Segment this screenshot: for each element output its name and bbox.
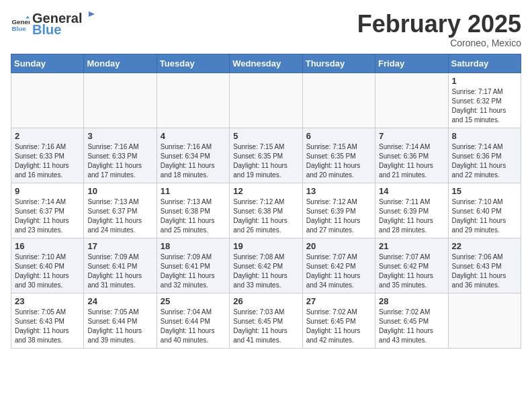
day-number: 8 [452, 131, 517, 141]
calendar-cell [11, 73, 84, 128]
calendar-cell: 16Sunrise: 7:10 AM Sunset: 6:40 PM Dayli… [11, 238, 84, 293]
day-info: Sunrise: 7:11 AM Sunset: 6:39 PM Dayligh… [379, 197, 444, 235]
day-number: 24 [87, 296, 152, 306]
calendar-cell [84, 73, 157, 128]
calendar-cell: 12Sunrise: 7:12 AM Sunset: 6:38 PM Dayli… [230, 183, 302, 238]
logo-icon: General Blue [11, 15, 30, 34]
day-info: Sunrise: 7:12 AM Sunset: 6:39 PM Dayligh… [306, 197, 371, 235]
day-number: 13 [306, 186, 371, 196]
day-number: 12 [233, 186, 298, 196]
day-number: 16 [15, 241, 80, 251]
day-info: Sunrise: 7:09 AM Sunset: 6:41 PM Dayligh… [161, 253, 226, 290]
calendar-week-row: 9Sunrise: 7:14 AM Sunset: 6:37 PM Daylig… [11, 183, 521, 238]
day-info: Sunrise: 7:02 AM Sunset: 6:45 PM Dayligh… [306, 308, 371, 345]
day-number: 25 [161, 296, 226, 306]
calendar-cell: 21Sunrise: 7:07 AM Sunset: 6:42 PM Dayli… [375, 238, 448, 293]
col-thursday: Thursday [302, 54, 375, 73]
svg-marker-2 [26, 15, 30, 18]
day-number: 10 [87, 186, 152, 196]
day-info: Sunrise: 7:13 AM Sunset: 6:37 PM Dayligh… [87, 197, 152, 235]
calendar-cell [375, 73, 448, 128]
calendar-week-row: 1Sunrise: 7:17 AM Sunset: 6:32 PM Daylig… [11, 73, 521, 128]
calendar-cell: 6Sunrise: 7:15 AM Sunset: 6:35 PM Daylig… [302, 128, 375, 183]
calendar-cell: 23Sunrise: 7:05 AM Sunset: 6:43 PM Dayli… [11, 293, 84, 348]
day-info: Sunrise: 7:14 AM Sunset: 6:37 PM Dayligh… [15, 197, 80, 235]
calendar-cell: 24Sunrise: 7:05 AM Sunset: 6:44 PM Dayli… [84, 293, 157, 348]
day-info: Sunrise: 7:15 AM Sunset: 6:35 PM Dayligh… [233, 142, 298, 180]
col-monday: Monday [84, 54, 157, 73]
day-number: 18 [161, 241, 226, 251]
title-area: February 2025 Coroneo, Mexico [357, 11, 521, 48]
calendar-cell: 9Sunrise: 7:14 AM Sunset: 6:37 PM Daylig… [11, 183, 84, 238]
day-info: Sunrise: 7:05 AM Sunset: 6:43 PM Dayligh… [15, 308, 80, 345]
day-number: 26 [233, 296, 298, 306]
subtitle: Coroneo, Mexico [357, 38, 521, 48]
calendar-cell: 28Sunrise: 7:02 AM Sunset: 6:45 PM Dayli… [375, 293, 448, 348]
day-info: Sunrise: 7:15 AM Sunset: 6:35 PM Dayligh… [306, 142, 371, 180]
day-info: Sunrise: 7:14 AM Sunset: 6:36 PM Dayligh… [452, 142, 517, 180]
col-sunday: Sunday [11, 54, 84, 73]
col-wednesday: Wednesday [230, 54, 302, 73]
calendar-cell [157, 73, 229, 128]
calendar-cell: 18Sunrise: 7:09 AM Sunset: 6:41 PM Dayli… [157, 238, 229, 293]
day-info: Sunrise: 7:06 AM Sunset: 6:43 PM Dayligh… [452, 253, 517, 290]
col-tuesday: Tuesday [157, 54, 229, 73]
day-info: Sunrise: 7:10 AM Sunset: 6:40 PM Dayligh… [452, 197, 517, 235]
day-number: 20 [306, 241, 371, 251]
day-info: Sunrise: 7:17 AM Sunset: 6:32 PM Dayligh… [452, 87, 517, 125]
calendar-cell: 8Sunrise: 7:14 AM Sunset: 6:36 PM Daylig… [448, 128, 521, 183]
day-number: 6 [306, 131, 371, 141]
calendar-table: Sunday Monday Tuesday Wednesday Thursday… [11, 54, 521, 349]
day-number: 3 [87, 131, 152, 141]
day-info: Sunrise: 7:04 AM Sunset: 6:44 PM Dayligh… [161, 308, 226, 345]
calendar-cell [230, 73, 302, 128]
calendar-cell: 3Sunrise: 7:16 AM Sunset: 6:33 PM Daylig… [84, 128, 157, 183]
day-info: Sunrise: 7:09 AM Sunset: 6:41 PM Dayligh… [87, 253, 152, 290]
day-number: 9 [15, 186, 80, 196]
calendar-week-row: 23Sunrise: 7:05 AM Sunset: 6:43 PM Dayli… [11, 293, 521, 348]
header: General Blue General Blue February 2025 … [11, 11, 521, 48]
day-number: 22 [452, 241, 517, 251]
day-number: 15 [452, 186, 517, 196]
day-number: 11 [161, 186, 226, 196]
calendar-cell: 11Sunrise: 7:13 AM Sunset: 6:38 PM Dayli… [157, 183, 229, 238]
logo-flag-icon [83, 11, 95, 23]
calendar-cell: 19Sunrise: 7:08 AM Sunset: 6:42 PM Dayli… [230, 238, 302, 293]
day-info: Sunrise: 7:08 AM Sunset: 6:42 PM Dayligh… [233, 253, 298, 290]
calendar-cell: 7Sunrise: 7:14 AM Sunset: 6:36 PM Daylig… [375, 128, 448, 183]
day-number: 14 [379, 186, 444, 196]
day-info: Sunrise: 7:14 AM Sunset: 6:36 PM Dayligh… [379, 142, 444, 180]
calendar-cell: 20Sunrise: 7:07 AM Sunset: 6:42 PM Dayli… [302, 238, 375, 293]
calendar-cell: 10Sunrise: 7:13 AM Sunset: 6:37 PM Dayli… [84, 183, 157, 238]
day-number: 17 [87, 241, 152, 251]
svg-text:Blue: Blue [11, 25, 26, 32]
col-saturday: Saturday [448, 54, 521, 73]
logo: General Blue General Blue [11, 11, 95, 38]
calendar-cell: 17Sunrise: 7:09 AM Sunset: 6:41 PM Dayli… [84, 238, 157, 293]
calendar-cell: 26Sunrise: 7:03 AM Sunset: 6:45 PM Dayli… [230, 293, 302, 348]
day-number: 4 [161, 131, 226, 141]
calendar-week-row: 16Sunrise: 7:10 AM Sunset: 6:40 PM Dayli… [11, 238, 521, 293]
day-number: 27 [306, 296, 371, 306]
day-info: Sunrise: 7:16 AM Sunset: 6:34 PM Dayligh… [161, 142, 226, 180]
day-info: Sunrise: 7:02 AM Sunset: 6:45 PM Dayligh… [379, 308, 444, 345]
calendar-cell [448, 293, 521, 348]
svg-marker-3 [89, 11, 95, 17]
day-number: 5 [233, 131, 298, 141]
day-info: Sunrise: 7:03 AM Sunset: 6:45 PM Dayligh… [233, 308, 298, 345]
calendar-cell: 27Sunrise: 7:02 AM Sunset: 6:45 PM Dayli… [302, 293, 375, 348]
calendar-week-row: 2Sunrise: 7:16 AM Sunset: 6:33 PM Daylig… [11, 128, 521, 183]
day-number: 2 [15, 131, 80, 141]
day-number: 7 [379, 131, 444, 141]
calendar-cell: 25Sunrise: 7:04 AM Sunset: 6:44 PM Dayli… [157, 293, 229, 348]
day-number: 23 [15, 296, 80, 306]
calendar-cell: 15Sunrise: 7:10 AM Sunset: 6:40 PM Dayli… [448, 183, 521, 238]
day-number: 21 [379, 241, 444, 251]
calendar-header-row: Sunday Monday Tuesday Wednesday Thursday… [11, 54, 521, 73]
day-info: Sunrise: 7:10 AM Sunset: 6:40 PM Dayligh… [15, 253, 80, 290]
calendar-cell [302, 73, 375, 128]
day-info: Sunrise: 7:13 AM Sunset: 6:38 PM Dayligh… [161, 197, 226, 235]
calendar-cell: 13Sunrise: 7:12 AM Sunset: 6:39 PM Dayli… [302, 183, 375, 238]
day-number: 28 [379, 296, 444, 306]
day-number: 19 [233, 241, 298, 251]
